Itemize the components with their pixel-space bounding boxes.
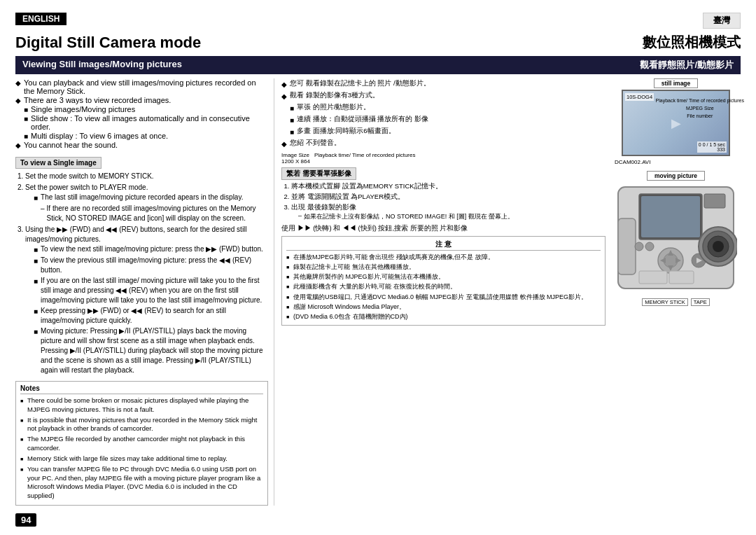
sub-bullets: ■ Single images/Moving pictures ■ Slide … xyxy=(15,105,268,140)
section-title-zh: 觀看靜態照片/動態影片 xyxy=(640,59,734,71)
notes-title: Notes xyxy=(20,384,263,394)
section-bar: Viewing Still images/Moving pictures 觀看靜… xyxy=(15,56,741,74)
zh-sub-2: ■ 連續 播放：自動從頭播攝 播放所有的 影像 xyxy=(290,114,606,125)
intro-bullet-2: ◆ There are 3 ways to view recorded imag… xyxy=(15,96,268,104)
main-title-row: Digital Still Camera mode 數位照相機模式 xyxy=(15,33,741,52)
step-2: Set the power switch to PLAYER mode. ■ T… xyxy=(25,183,268,223)
zh-sub-3: ■ 多畫 面播放:同時顯示6幅畫面。 xyxy=(290,126,606,137)
bullet-no-sound: ◆ You cannot hear the sound. xyxy=(15,141,268,149)
zh-sub-1: ■ 單張 的照片/動態影片。 xyxy=(290,102,606,113)
svg-point-14 xyxy=(645,242,654,251)
square-icon-3: ■ xyxy=(24,132,28,140)
moving-picture-label: moving picture xyxy=(647,171,705,181)
zh-step-2: 並將 電源開關設置 為PLAYER模式。 xyxy=(291,193,606,202)
still-image-display: 10S-DOG4 0 0 / 1 5 sec 333 ▶ Playba xyxy=(611,90,741,156)
zh-bullet-3: ◆ 您紹 不到聲音。 xyxy=(281,138,606,149)
svg-point-13 xyxy=(635,242,643,251)
zh-text-col: ◆ 您可 觀看錄製在記憶卡上的 照片 /動態影片。 ◆ 觀看 錄製的影像有3種方… xyxy=(281,78,606,326)
diamond-icon-1: ◆ xyxy=(15,79,21,87)
note-4: Memory Stick with large file sizes may t… xyxy=(20,454,263,464)
step-1: Set the mode switch to MEMORY STICK. xyxy=(25,172,268,181)
sq-icon-b: ■ xyxy=(34,245,38,255)
svg-rect-20 xyxy=(669,271,694,284)
still-info-overlay: 0 0 / 1 5 sec 333 xyxy=(697,141,727,153)
zh-note-item-7: (DVD Media 6.0包含 在隨機附贈的CD內) xyxy=(286,312,601,321)
still-image-label: still image xyxy=(654,78,699,88)
notes-list: There could be some broken or mosaic pic… xyxy=(20,396,263,501)
intro-section: ◆ You can playback and view still images… xyxy=(15,78,268,149)
annotation-title: 繁若 需要看單張影像 xyxy=(281,167,356,180)
zh-notes-list: 在播放MJPEG影片時,可能 會出現些 殘缺或馬賽克的機像,但不是 故障。 錄製… xyxy=(286,253,601,321)
zh-notes-box: 注 意 在播放MJPEG影片時,可能 會出現些 殘缺或馬賽克的機像,但不是 故障… xyxy=(281,236,606,326)
sq-icon: ■ xyxy=(34,193,38,203)
section-title-en: Viewing Still images/Moving pictures xyxy=(22,59,182,71)
image-size-label-block: Image Size 1200 X 864 xyxy=(281,152,310,165)
notes-box: Notes There could be some broken or mosa… xyxy=(15,381,268,506)
square-icon-1: ■ xyxy=(24,106,28,113)
page-container: ENGLISH 臺灣 Digital Still Camera mode 數位照… xyxy=(0,0,756,535)
note-3: The MJPEG file recorded by another camco… xyxy=(20,435,263,453)
sq-icon-f: ■ xyxy=(34,327,38,337)
zh-note-item-3: 其他廠牌所製作的 MJPEG影片,可能無法在本機播放。 xyxy=(286,272,601,281)
main-title-en: Digital Still Camera mode xyxy=(15,34,201,52)
sq-icon-e: ■ xyxy=(34,307,38,317)
page-number: 94 xyxy=(15,513,36,527)
taiwan-badge: 臺灣 xyxy=(703,13,741,29)
camera-svg xyxy=(615,183,737,296)
svg-rect-19 xyxy=(639,271,667,284)
media-labels: MEMORY STICK TAPE xyxy=(611,298,741,306)
zh-note-item-6: 感謝 Microsoft Windows Media Player。 xyxy=(286,303,601,311)
still-image-data: Playback time/ Time of recorded pictures xyxy=(314,152,606,160)
zh-step-3: 出現 最後錄製的影像 – 如果在記憶卡上沒有影像結，NO STORED IMAG… xyxy=(291,203,606,221)
note-1: There could be some broken or mosaic pic… xyxy=(20,396,263,415)
english-badge: ENGLISH xyxy=(15,13,66,25)
sq-icon-d: ■ xyxy=(34,277,38,286)
still-image-section: still image 10S-DOG4 0 0 / 1 5 sec 333 xyxy=(611,78,741,165)
zh-step-1: 將本機模式置腳 設置為MEMORY STICK記憶卡。 xyxy=(291,182,606,191)
zh-intro-block: ◆ 您可 觀看錄製在記憶卡上的 照片 /動態影片。 ◆ 觀看 錄製的影像有3種方… xyxy=(281,78,606,149)
left-header: ENGLISH xyxy=(15,13,66,27)
zh-bullet-2: ◆ 觀看 錄製的影像有3種方式。 xyxy=(281,90,606,102)
svg-point-18 xyxy=(713,241,724,252)
note-5: You can transfer MJPEG file to PC throug… xyxy=(20,465,263,501)
zh-notes-title: 注 意 xyxy=(286,239,601,251)
left-column: ◆ You can playback and view still images… xyxy=(15,78,274,506)
main-title-zh: 數位照相機模式 xyxy=(643,33,741,52)
sq-icon-c: ■ xyxy=(34,256,38,266)
step-3: Using the ▶▶ (FWD) and ◀◀ (REV) buttons,… xyxy=(25,225,268,375)
diamond-icon-2: ◆ xyxy=(15,97,21,104)
zh-bullet-1: ◆ 您可 觀看錄製在記憶卡上的 照片 /動態影片。 xyxy=(281,78,606,90)
file-display: DCAM002.AVI xyxy=(611,159,741,165)
bullet-multi: ■ Multi display : To view 6 images at on… xyxy=(24,132,268,140)
counter-display: 10S-DOG4 xyxy=(625,93,654,101)
zh-note-stored: – 如果在記憶卡上沒有影像結，NO STORED IMAGE! 和 [圖] 觀現… xyxy=(298,212,606,221)
svg-rect-3 xyxy=(641,196,700,237)
note-2: It is possible that moving pictures that… xyxy=(20,416,263,434)
diamond-icon-3: ◆ xyxy=(15,141,21,149)
right-two-col: ◆ 您可 觀看錄製在記憶卡上的 照片 /動態影片。 ◆ 觀看 錄製的影像有3種方… xyxy=(281,78,741,326)
svg-rect-4 xyxy=(704,194,725,208)
square-icon-2: ■ xyxy=(24,115,28,123)
svg-rect-1 xyxy=(618,218,636,275)
playback-annotations: Playback time/ Time of recorded pictures… xyxy=(656,97,744,120)
sub-section-title: To view a Single image xyxy=(15,157,102,169)
bullet-slideshow: ■ Slide show : To view all images automa… xyxy=(24,114,268,131)
zh-note-item-4: 此種攝影機含有 大量的影片時,可能 在恢復比較長的時間。 xyxy=(286,282,601,291)
camera-img-col: still image 10S-DOG4 0 0 / 1 5 sec 333 xyxy=(611,78,741,326)
moving-picture-section: moving picture xyxy=(611,171,741,306)
intro-bullet-1: ◆ You can playback and view still images… xyxy=(15,78,268,95)
steps-list: Set the mode switch to MEMORY STICK. Set… xyxy=(15,172,268,375)
zh-note-item-1: 在播放MJPEG影片時,可能 會出現些 殘缺或馬賽克的機像,但不是 故障。 xyxy=(286,253,601,261)
zh-note-item-2: 錄製在記憶卡上可能 無法在其他機種播放。 xyxy=(286,263,601,271)
playback-time-info: Playback time/ Time of recorded pictures xyxy=(314,152,416,158)
bullet-single: ■ Single images/Moving pictures xyxy=(24,105,268,113)
header-row: ENGLISH 臺灣 xyxy=(15,13,741,29)
zh-note-item-5: 使用電腦的USB端口, 只通過DVC Media6.0 幀幅 MJPEG影片 至… xyxy=(286,293,601,301)
right-column: ◆ 您可 觀看錄製在記憶卡上的 照片 /動態影片。 ◆ 觀看 錄製的影像有3種方… xyxy=(274,78,741,506)
zh-steps-list: 將本機模式置腳 設置為MEMORY STICK記憶卡。 並將 電源開關設置 為P… xyxy=(281,182,606,221)
main-content: ◆ You can playback and view still images… xyxy=(15,78,741,506)
zh-step-use: 使用 ▶▶ (快轉) 和 ◀◀ (快到) 按鈕,搜索 所要的照 片和影像 xyxy=(281,224,606,233)
